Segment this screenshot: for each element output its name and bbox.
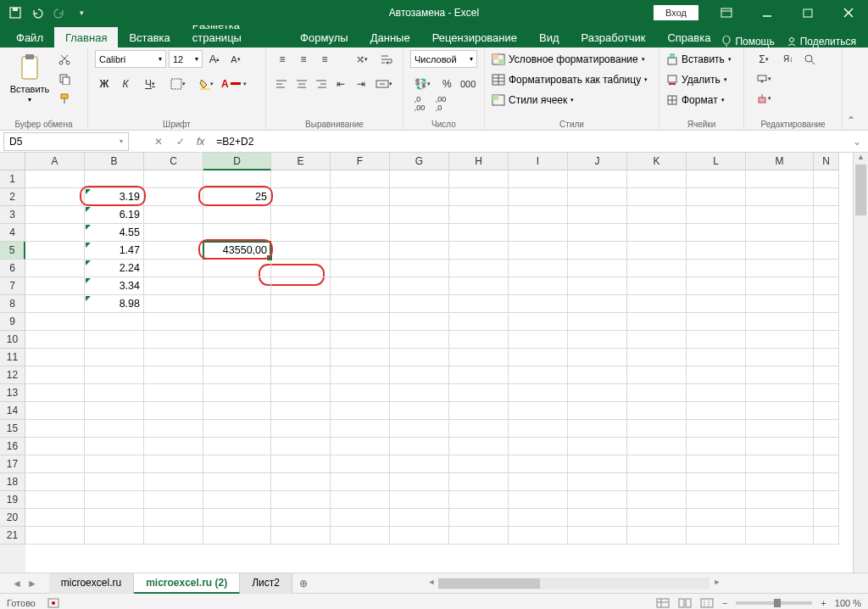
cell-J20[interactable] bbox=[568, 509, 627, 527]
col-header-G[interactable]: G bbox=[390, 153, 449, 170]
cell-M19[interactable] bbox=[746, 491, 814, 509]
cell-G13[interactable] bbox=[390, 384, 449, 402]
cell-F14[interactable] bbox=[331, 402, 390, 420]
cell-F5[interactable] bbox=[331, 242, 390, 260]
cell-I13[interactable] bbox=[509, 384, 568, 402]
sheet-tab-0[interactable]: microexcel.ru bbox=[49, 573, 134, 594]
cell-K1[interactable] bbox=[627, 170, 687, 188]
cell-A7[interactable] bbox=[25, 277, 85, 295]
cell-H18[interactable] bbox=[449, 473, 509, 491]
cell-L5[interactable] bbox=[687, 242, 746, 260]
cell-E18[interactable] bbox=[271, 473, 331, 491]
cell-N7[interactable] bbox=[814, 277, 839, 295]
cell-D20[interactable] bbox=[203, 509, 271, 527]
cell-H4[interactable] bbox=[449, 224, 509, 242]
comma-icon[interactable]: 000 bbox=[459, 75, 477, 92]
cell-H14[interactable] bbox=[449, 402, 509, 420]
cell-L20[interactable] bbox=[687, 509, 746, 527]
italic-button[interactable]: К bbox=[116, 75, 135, 92]
cell-D10[interactable] bbox=[203, 331, 271, 349]
select-all-corner[interactable] bbox=[0, 153, 25, 170]
cell-L12[interactable] bbox=[687, 366, 746, 384]
cell-C18[interactable] bbox=[144, 473, 203, 491]
row-header-6[interactable]: 6 bbox=[0, 260, 25, 277]
cell-M20[interactable] bbox=[746, 509, 814, 527]
namebox[interactable]: D5▾ bbox=[3, 132, 129, 151]
cell-K6[interactable] bbox=[627, 260, 687, 277]
cell-J14[interactable] bbox=[568, 402, 627, 420]
cell-F7[interactable] bbox=[331, 277, 390, 295]
collapse-ribbon-icon[interactable]: ⌃ bbox=[843, 47, 860, 130]
cell-styles-button[interactable]: Стили ячеек▾ bbox=[492, 91, 652, 109]
align-right-icon[interactable] bbox=[313, 75, 330, 92]
zoom-in-icon[interactable]: + bbox=[821, 598, 826, 608]
cell-B1[interactable] bbox=[85, 170, 144, 188]
cell-N4[interactable] bbox=[814, 224, 839, 242]
zoom-out-icon[interactable]: − bbox=[722, 598, 727, 608]
cell-D21[interactable] bbox=[203, 527, 271, 545]
login-button[interactable]: Вход bbox=[654, 5, 698, 20]
cell-L7[interactable] bbox=[687, 277, 746, 295]
cell-G10[interactable] bbox=[390, 331, 449, 349]
cell-G4[interactable] bbox=[390, 224, 449, 242]
cell-M1[interactable] bbox=[746, 170, 814, 188]
cell-H1[interactable] bbox=[449, 170, 509, 188]
macro-record-icon[interactable] bbox=[47, 598, 59, 608]
cell-L16[interactable] bbox=[687, 438, 746, 455]
cell-C16[interactable] bbox=[144, 438, 203, 455]
cell-I1[interactable] bbox=[509, 170, 568, 188]
cell-H17[interactable] bbox=[449, 455, 509, 473]
cell-I19[interactable] bbox=[509, 491, 568, 509]
decrease-decimal-icon[interactable]: ,00,0 bbox=[431, 94, 450, 112]
zoom-slider[interactable] bbox=[736, 601, 812, 605]
cell-B10[interactable] bbox=[85, 331, 144, 349]
cell-H12[interactable] bbox=[449, 366, 509, 384]
cell-F10[interactable] bbox=[331, 331, 390, 349]
cell-J19[interactable] bbox=[568, 491, 627, 509]
cell-G14[interactable] bbox=[390, 402, 449, 420]
delete-cells-button[interactable]: Удалить▾ bbox=[666, 70, 737, 89]
cell-A9[interactable] bbox=[25, 313, 85, 331]
cell-H10[interactable] bbox=[449, 331, 509, 349]
decrease-indent-icon[interactable]: ⇤ bbox=[332, 75, 349, 92]
cell-B19[interactable] bbox=[85, 491, 144, 509]
cell-E19[interactable] bbox=[271, 491, 331, 509]
row-header-13[interactable]: 13 bbox=[0, 384, 25, 402]
cell-K11[interactable] bbox=[627, 349, 687, 366]
cell-A20[interactable] bbox=[25, 509, 85, 527]
cell-N21[interactable] bbox=[814, 527, 839, 545]
cell-D1[interactable] bbox=[203, 170, 271, 188]
cell-H21[interactable] bbox=[449, 527, 509, 545]
cell-C11[interactable] bbox=[144, 349, 203, 366]
cell-L11[interactable] bbox=[687, 349, 746, 366]
cell-H6[interactable] bbox=[449, 260, 509, 277]
sheet-tab-2[interactable]: Лист2 bbox=[240, 573, 292, 594]
cell-A16[interactable] bbox=[25, 438, 85, 455]
cell-M2[interactable] bbox=[746, 188, 814, 206]
cell-E16[interactable] bbox=[271, 438, 331, 455]
cell-F17[interactable] bbox=[331, 455, 390, 473]
cell-B20[interactable] bbox=[85, 509, 144, 527]
cell-J1[interactable] bbox=[568, 170, 627, 188]
format-as-table-button[interactable]: Форматировать как таблицу▾ bbox=[492, 70, 652, 89]
save-icon[interactable] bbox=[5, 3, 25, 23]
cell-D18[interactable] bbox=[203, 473, 271, 491]
cell-M16[interactable] bbox=[746, 438, 814, 455]
cell-A12[interactable] bbox=[25, 366, 85, 384]
cell-M12[interactable] bbox=[746, 366, 814, 384]
cell-L13[interactable] bbox=[687, 384, 746, 402]
currency-icon[interactable]: 💱▾ bbox=[410, 75, 436, 92]
autosum-icon[interactable]: Σ ▾ bbox=[751, 50, 776, 68]
cell-B18[interactable] bbox=[85, 473, 144, 491]
row-header-8[interactable]: 8 bbox=[0, 295, 25, 313]
cell-G16[interactable] bbox=[390, 438, 449, 455]
cell-L6[interactable] bbox=[687, 260, 746, 277]
add-sheet-icon[interactable]: ⊕ bbox=[292, 578, 314, 589]
cell-L14[interactable] bbox=[687, 402, 746, 420]
cell-J15[interactable] bbox=[568, 420, 627, 438]
cell-J5[interactable] bbox=[568, 242, 627, 260]
cell-K9[interactable] bbox=[627, 313, 687, 331]
cell-E1[interactable] bbox=[271, 170, 331, 188]
cell-L17[interactable] bbox=[687, 455, 746, 473]
cell-H8[interactable] bbox=[449, 295, 509, 313]
